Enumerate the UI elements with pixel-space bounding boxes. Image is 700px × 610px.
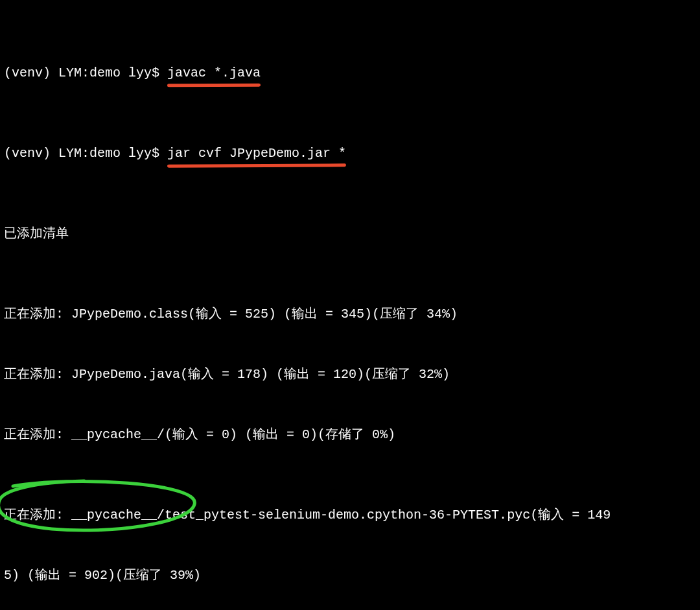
command-javac: javac *.java [167, 63, 261, 83]
terminal-line: (venv) LYM:demo lyy$ javac *.java [4, 63, 696, 83]
output-manifest: 已添加清单 [4, 224, 696, 244]
terminal-window[interactable]: (venv) LYM:demo lyy$ javac *.java (venv)… [0, 0, 700, 610]
output-add: 正在添加: __pycache__/(输入 = 0) (输出 = 0)(存储了 … [4, 425, 696, 445]
shell-prompt: (venv) LYM:demo lyy$ [4, 146, 167, 161]
output-add-cont: 5) (输出 = 902)(压缩了 39%) [4, 565, 696, 585]
output-add: 正在添加: JPypeDemo.class(输入 = 525) (输出 = 34… [4, 304, 696, 324]
output-add: 正在添加: JPypeDemo.java(输入 = 178) (输出 = 120… [4, 364, 696, 384]
shell-prompt: (venv) LYM:demo lyy$ [4, 65, 167, 80]
output-add: 正在添加: __pycache__/test_pytest-selenium-d… [4, 505, 696, 525]
command-jar: jar cvf JPypeDemo.jar * [167, 143, 346, 163]
terminal-line: (venv) LYM:demo lyy$ jar cvf JPypeDemo.j… [4, 143, 696, 163]
